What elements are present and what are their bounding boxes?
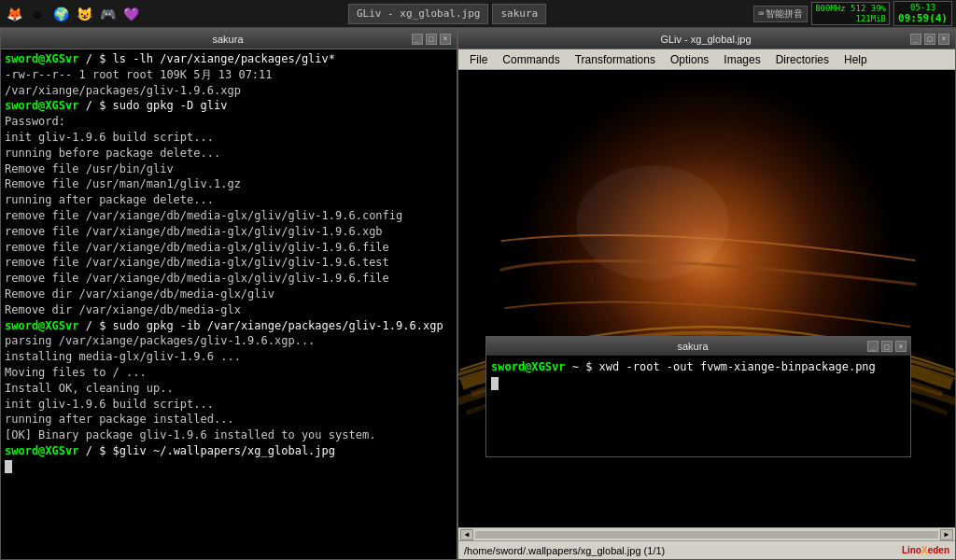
small-maximize-button[interactable]: □ bbox=[881, 341, 893, 352]
gliv-logo: LinoXeden bbox=[902, 545, 949, 555]
terminal-small-buttons: _ □ × bbox=[867, 341, 907, 352]
mem-stats: 121MiB bbox=[815, 14, 886, 24]
gliv-status-path: /home/sword/.wallpapers/xg_global.jpg (1… bbox=[464, 545, 665, 556]
terminal-line-5: init gliv-1.9.6 build script... bbox=[5, 130, 453, 146]
taskbar-app-sakura[interactable]: sakura bbox=[492, 4, 546, 24]
maximize-button[interactable]: □ bbox=[426, 34, 437, 45]
menu-file[interactable]: File bbox=[462, 51, 495, 68]
terminal-line-25: sword@XGSvr / $ $gliv ~/.wallpapers/xg_g… bbox=[5, 443, 453, 459]
terminal-line-18: parsing /var/xiange/packages/gliv-1.9.6.… bbox=[5, 333, 453, 349]
gliv-close-button[interactable]: × bbox=[938, 34, 949, 45]
terminal-line-8: Remove file /usr/man/man1/gliv.1.gz bbox=[5, 176, 453, 192]
terminal-left-title: sakura bbox=[212, 34, 243, 45]
small-terminal-cursor bbox=[491, 375, 906, 392]
terminal-line-6: running before package delete... bbox=[5, 146, 453, 161]
gliv-window-buttons: _ □ × bbox=[910, 34, 949, 45]
taskbar: 🦊 ⚙ 🌍 😺 🎮 💜 GLiv - xg_global.jpg sakura … bbox=[0, 0, 956, 28]
terminal-small: sakura _ □ × sword@XGSvr ~ $ xwd -root -… bbox=[485, 336, 911, 457]
taskbar-icon-gamepad[interactable]: 🎮 bbox=[97, 4, 118, 24]
terminal-line-4: Password: bbox=[5, 114, 453, 130]
terminal-left-body[interactable]: sword@XGSvr / $ ls -lh /var/xiange/packa… bbox=[1, 49, 457, 559]
gliv-maximize-button[interactable]: □ bbox=[924, 34, 935, 45]
taskbar-app-gliv[interactable]: GLiv - xg_global.jpg bbox=[348, 4, 488, 24]
terminal-line-14: remove file /var/xiange/db/media-glx/gli… bbox=[5, 271, 453, 287]
terminal-line-10: remove file /var/xiange/db/media-glx/gli… bbox=[5, 208, 453, 224]
terminal-line-22: init gliv-1.9.6 build script... bbox=[5, 397, 453, 413]
terminal-left-titlebar: sakura _ □ × bbox=[1, 29, 457, 49]
taskbar-right: ⌨ 智能拼音 800MHz 512 39% 121MiB 05-13 09:59… bbox=[750, 1, 956, 26]
terminal-line-2: -rw-r--r-- 1 root root 109K 5月 13 07:11 … bbox=[5, 67, 453, 99]
gliv-menubar: File Commands Transformations Options Im… bbox=[458, 49, 955, 70]
taskbar-icon-firefox[interactable]: 🦊 bbox=[4, 4, 24, 24]
menu-commands[interactable]: Commands bbox=[495, 51, 567, 68]
terminal-small-body[interactable]: sword@XGSvr ~ $ xwd -root -out fvwm-xian… bbox=[486, 356, 910, 456]
terminal-line-9: running after package delete... bbox=[5, 192, 453, 208]
ime-icon: ⌨ bbox=[758, 8, 764, 19]
terminal-line-13: remove file /var/xiange/db/media-glx/gli… bbox=[5, 255, 453, 271]
small-terminal-prompt-line: sword@XGSvr ~ $ xwd -root -out fvwm-xian… bbox=[491, 358, 906, 375]
menu-transformations[interactable]: Transformations bbox=[568, 51, 663, 68]
taskbar-icon-settings[interactable]: ⚙ bbox=[27, 4, 48, 24]
time-display: 09:59(4) bbox=[898, 12, 948, 24]
terminal-cursor-line bbox=[5, 459, 453, 475]
small-close-button[interactable]: × bbox=[895, 341, 907, 352]
terminal-line-17: sword@XGSvr / $ sudo gpkg -ib /var/xiang… bbox=[5, 318, 453, 334]
menu-help[interactable]: Help bbox=[836, 51, 875, 68]
planet-svg bbox=[458, 70, 955, 527]
gliv-minimize-button[interactable]: _ bbox=[910, 34, 921, 45]
ime-indicator[interactable]: ⌨ 智能拼音 bbox=[753, 6, 808, 22]
terminal-left: sakura _ □ × sword@XGSvr / $ ls -lh /var… bbox=[0, 28, 457, 560]
gliv-image-area bbox=[458, 70, 955, 527]
small-terminal-prompt: sword@XGSvr bbox=[491, 360, 565, 373]
terminal-line-23: running after package installed... bbox=[5, 412, 453, 427]
taskbar-icon-browser[interactable]: 🌍 bbox=[50, 4, 71, 24]
gliv-titlebar: GLiv - xg_global.jpg _ □ × bbox=[458, 29, 955, 49]
small-minimize-button[interactable]: _ bbox=[867, 341, 879, 352]
terminal-small-titlebar: sakura _ □ × bbox=[486, 337, 910, 356]
small-terminal-cmd: ~ $ xwd -root -out fvwm-xiange-binpackag… bbox=[565, 360, 875, 373]
terminal-line-3: sword@XGSvr / $ sudo gpkg -D gliv bbox=[5, 98, 453, 114]
gliv-statusbar: /home/sword/.wallpapers/xg_global.jpg (1… bbox=[458, 540, 955, 559]
terminal-line-20: Moving files to / ... bbox=[5, 365, 453, 381]
ime-text: 智能拼音 bbox=[766, 7, 803, 21]
gliv-scrollbar-horizontal[interactable]: ◀ ▶ bbox=[458, 527, 955, 540]
terminal-line-15: Remove dir /var/xiange/db/media-glx/gliv bbox=[5, 287, 453, 302]
taskbar-center: GLiv - xg_global.jpg sakura bbox=[145, 4, 750, 24]
scroll-left-button[interactable]: ◀ bbox=[460, 529, 473, 540]
terminal-line-11: remove file /var/xiange/db/media-glx/gli… bbox=[5, 224, 453, 240]
menu-images[interactable]: Images bbox=[716, 51, 767, 68]
gliv-image bbox=[458, 70, 955, 527]
gliv-window: GLiv - xg_global.jpg _ □ × File Commands… bbox=[457, 28, 956, 560]
scroll-right-button[interactable]: ▶ bbox=[940, 529, 953, 540]
terminal-line-12: remove file /var/xiange/db/media-glx/gli… bbox=[5, 240, 453, 256]
date-display: 05-13 bbox=[898, 3, 948, 12]
terminal-line-1: sword@XGSvr / $ ls -lh /var/xiange/packa… bbox=[5, 51, 453, 67]
gliv-title: GLiv - xg_global.jpg bbox=[660, 34, 751, 45]
terminal-line-19: installing media-glx/gliv-1.9.6 ... bbox=[5, 349, 453, 365]
terminal-line-21: Install OK, cleaning up.. bbox=[5, 381, 453, 397]
taskbar-icon-heart[interactable]: 💜 bbox=[120, 4, 141, 24]
svg-point-3 bbox=[576, 165, 728, 279]
terminal-line-24: [OK] Binary package gliv-1.9.6 installed… bbox=[5, 427, 453, 443]
scroll-track[interactable] bbox=[475, 531, 938, 539]
taskbar-icon-cat[interactable]: 😺 bbox=[74, 4, 94, 24]
taskbar-icons: 🦊 ⚙ 🌍 😺 🎮 💜 bbox=[0, 4, 145, 24]
terminal-left-buttons: _ □ × bbox=[412, 34, 451, 45]
terminal-small-title: sakura bbox=[677, 341, 708, 352]
minimize-button[interactable]: _ bbox=[412, 34, 423, 45]
close-button[interactable]: × bbox=[440, 34, 451, 45]
menu-directories[interactable]: Directories bbox=[768, 51, 836, 68]
terminal-line-7: Remove file /usr/bin/gliv bbox=[5, 161, 453, 177]
cpu-stats: 800MHz 512 39% bbox=[815, 4, 886, 14]
terminal-line-16: Remove dir /var/xiange/db/media-glx bbox=[5, 302, 453, 318]
menu-options[interactable]: Options bbox=[663, 51, 716, 68]
